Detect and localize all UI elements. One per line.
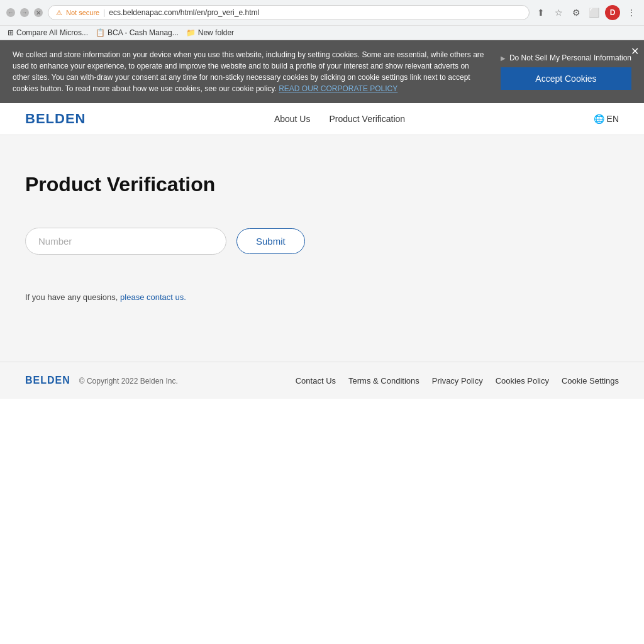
- bookmark-bca[interactable]: 📋 BCA - Cash Manag...: [96, 28, 179, 37]
- security-warning-icon: ⚠: [56, 9, 62, 17]
- footer-copyright: © Copyright 2022 Belden Inc.: [79, 377, 178, 386]
- profile-button[interactable]: D: [605, 5, 620, 20]
- number-input[interactable]: [25, 228, 226, 255]
- nav-links: About Us Product Verification: [274, 114, 405, 124]
- bookmark-label: BCA - Cash Manag...: [108, 28, 179, 37]
- footer-left: BELDEN © Copyright 2022 Belden Inc.: [25, 375, 178, 386]
- page-background: [0, 399, 644, 537]
- globe-icon: 🌐: [594, 114, 604, 124]
- close-tab-button[interactable]: ✕: [34, 8, 43, 17]
- language-selector[interactable]: 🌐 EN: [594, 114, 619, 124]
- submit-button[interactable]: Submit: [236, 228, 305, 254]
- share-icon[interactable]: ⬆: [535, 6, 547, 19]
- back-button[interactable]: ←: [6, 8, 15, 17]
- bookmark-microsoft[interactable]: ⊞ Compare All Micros...: [8, 28, 88, 37]
- tab-icon[interactable]: ⬜: [587, 6, 600, 19]
- forward-button[interactable]: →: [20, 8, 29, 17]
- footer-cookie-settings[interactable]: Cookie Settings: [562, 376, 619, 386]
- main-content: Product Verification Submit If you have …: [0, 135, 644, 362]
- footer-privacy[interactable]: Privacy Policy: [432, 376, 483, 386]
- url-display: ecs.beldenapac.com/html/en/pro_veri_e.ht…: [109, 8, 259, 17]
- browser-chrome: ← → ✕ ⚠ Not secure | ecs.beldenapac.com/…: [0, 0, 644, 40]
- footer-contact-us[interactable]: Contact Us: [296, 376, 336, 386]
- cookie-close-button[interactable]: ✕: [631, 45, 639, 57]
- do-not-sell-button[interactable]: Do Not Sell My Personal Information: [501, 53, 631, 62]
- bookmark-label: New folder: [198, 28, 234, 37]
- footer-logo: BELDEN: [25, 375, 70, 386]
- contact-prefix: If you have any quesions,: [25, 292, 120, 302]
- bookmark-folder[interactable]: 📁 New folder: [186, 28, 234, 37]
- about-us-link[interactable]: About Us: [274, 114, 311, 124]
- security-label: Not secure: [66, 9, 99, 16]
- folder-icon: 📁: [186, 28, 196, 37]
- navigation-bar: BELDEN About Us Product Verification 🌐 E…: [0, 103, 644, 135]
- bookmark-icon[interactable]: ☆: [552, 6, 565, 19]
- extension-icon[interactable]: ⚙: [570, 6, 582, 19]
- page-title: Product Verification: [25, 173, 619, 196]
- belden-logo[interactable]: BELDEN: [25, 111, 86, 127]
- address-bar[interactable]: ⚠ Not secure | ecs.beldenapac.com/html/e…: [48, 5, 530, 20]
- microsoft-icon: ⊞: [8, 28, 14, 37]
- bookmark-label: Compare All Micros...: [16, 28, 88, 37]
- menu-icon[interactable]: ⋮: [625, 6, 638, 19]
- language-label: EN: [607, 114, 619, 124]
- bookmarks-bar: ⊞ Compare All Micros... 📋 BCA - Cash Man…: [0, 25, 644, 40]
- browser-toolbar: ← → ✕ ⚠ Not secure | ecs.beldenapac.com/…: [0, 0, 644, 25]
- cookie-actions: Do Not Sell My Personal Information Acce…: [501, 53, 631, 90]
- footer-cookies-policy[interactable]: Cookies Policy: [496, 376, 549, 386]
- bca-icon: 📋: [96, 28, 105, 37]
- contact-text: If you have any quesions, please contact…: [25, 292, 619, 302]
- footer-terms[interactable]: Terms & Conditions: [348, 376, 419, 386]
- product-verification-link[interactable]: Product Verification: [329, 114, 405, 124]
- footer: BELDEN © Copyright 2022 Belden Inc. Cont…: [0, 362, 644, 399]
- verification-form: Submit: [25, 228, 619, 255]
- contact-link[interactable]: please contact us.: [120, 292, 186, 302]
- cookie-text: We collect and store information on your…: [13, 49, 488, 94]
- browser-actions: ⬆ ☆ ⚙ ⬜ D ⋮: [535, 5, 638, 20]
- footer-links: Contact Us Terms & Conditions Privacy Po…: [296, 376, 619, 386]
- cookie-description: We collect and store information on your…: [13, 50, 484, 93]
- accept-cookies-button[interactable]: Accept Cookies: [501, 67, 631, 90]
- cookie-banner: We collect and store information on your…: [0, 40, 644, 103]
- cookie-policy-link[interactable]: READ OUR CORPORATE POLICY: [279, 84, 397, 93]
